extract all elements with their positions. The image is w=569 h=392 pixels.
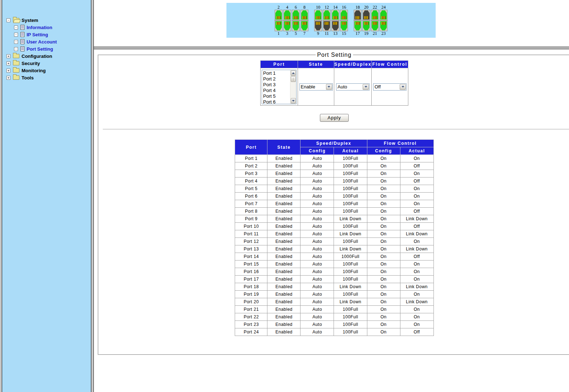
port-number-label: 23 xyxy=(379,31,388,36)
state-dropdown[interactable]: Enable xyxy=(299,83,333,91)
table-cell: Port 3 xyxy=(235,170,267,177)
expand-icon[interactable]: + xyxy=(6,76,10,80)
sidebar-item-label[interactable]: Configuration xyxy=(22,54,52,59)
port-number-label: 18 xyxy=(353,5,362,10)
flow-control-dropdown[interactable]: Off xyxy=(373,83,407,91)
table-cell: Enabled xyxy=(267,200,300,208)
table-cell: Enabled xyxy=(267,253,300,260)
navigation-sidebar: - System - Information - IP Setting - Us… xyxy=(2,0,91,392)
table-cell: Port 15 xyxy=(235,260,267,268)
sidebar-item-port-setting[interactable]: - Port Setting xyxy=(2,45,91,52)
rj45-port-link-down-icon xyxy=(362,10,370,20)
port-number-label: 8 xyxy=(300,5,309,10)
expand-icon[interactable]: + xyxy=(6,61,10,65)
sidebar-item-user-account[interactable]: - User Account xyxy=(2,38,91,45)
table-cell: On xyxy=(400,200,433,208)
port-setting-frame: Port Setting Port State Speed/Duplex Flo… xyxy=(94,49,569,392)
port-list-option[interactable]: Port 3 xyxy=(262,82,290,88)
sidebar-item-system[interactable]: - System xyxy=(2,17,91,24)
table-cell: Auto xyxy=(300,193,334,200)
table-cell: Enabled xyxy=(267,215,300,223)
listbox-scrollbar[interactable] xyxy=(290,70,296,104)
table-cell: 100Full xyxy=(334,328,367,336)
sidebar-item-label[interactable]: Information xyxy=(27,25,52,30)
table-cell: On xyxy=(367,215,400,223)
collapse-icon[interactable]: - xyxy=(14,40,18,44)
table-cell: Auto xyxy=(300,298,334,306)
speed-duplex-cell: Auto xyxy=(334,68,372,106)
sidebar-item-tools[interactable]: + Tools xyxy=(2,74,91,81)
sidebar-item-label[interactable]: Tools xyxy=(22,75,34,80)
expand-icon[interactable]: + xyxy=(6,54,10,58)
folder-icon xyxy=(13,68,19,73)
state-cell: Enable xyxy=(298,68,334,106)
apply-button[interactable]: Apply xyxy=(320,114,349,122)
rj45-port-link-down-icon xyxy=(331,20,339,31)
dropdown-button[interactable] xyxy=(400,84,406,90)
table-cell: 100Full xyxy=(334,208,367,215)
port-number-label: 13 xyxy=(331,31,340,36)
table-row: Port 5EnabledAuto100FullOnOn xyxy=(235,185,433,193)
table-cell: Link Down xyxy=(400,215,433,223)
rj45-port-link-up-icon xyxy=(283,20,291,31)
table-cell: Enabled xyxy=(267,321,300,328)
table-row: Port 2EnabledAuto100FullOnOff xyxy=(235,162,433,170)
rj45-port-link-up-icon xyxy=(362,20,370,31)
table-cell: Enabled xyxy=(267,291,300,298)
state-dropdown-value: Enable xyxy=(300,84,326,89)
table-cell: 100Full xyxy=(334,200,367,208)
speed-duplex-dropdown[interactable]: Auto xyxy=(336,83,370,91)
column-header-port: Port xyxy=(235,140,267,155)
collapse-icon[interactable]: - xyxy=(14,33,18,37)
table-cell: Port 16 xyxy=(235,268,267,276)
port-list-option[interactable]: Port 4 xyxy=(262,88,290,93)
expand-icon[interactable]: + xyxy=(6,69,10,73)
sidebar-item-label[interactable]: System xyxy=(22,18,38,23)
port-number-label: 16 xyxy=(340,5,348,10)
scrollbar-thumb[interactable] xyxy=(291,76,296,82)
scrollbar-track[interactable] xyxy=(290,82,296,98)
table-cell: Auto xyxy=(300,245,334,253)
page-title: Port Setting xyxy=(316,52,353,58)
sidebar-item-label[interactable]: IP Setting xyxy=(27,32,48,37)
table-cell: Enabled xyxy=(267,230,300,238)
dropdown-button[interactable] xyxy=(363,84,369,90)
table-cell: Auto xyxy=(300,215,334,223)
collapse-icon[interactable]: - xyxy=(14,26,18,29)
collapse-icon[interactable]: - xyxy=(6,18,10,22)
table-cell: 100Full xyxy=(334,185,367,193)
sidebar-item-label[interactable]: User Account xyxy=(27,39,57,45)
port-multiselect-listbox[interactable]: Port 1Port 2Port 3Port 4Port 5Port 6 xyxy=(262,70,297,104)
table-cell: On xyxy=(367,268,400,276)
sidebar-item-label[interactable]: Security xyxy=(22,61,40,66)
sidebar-item-ip-setting[interactable]: - IP Setting xyxy=(2,31,91,38)
table-cell: On xyxy=(367,306,400,313)
table-cell: On xyxy=(367,283,400,291)
table-cell: Port 13 xyxy=(235,245,267,253)
sidebar-item-configuration[interactable]: + Configuration xyxy=(2,52,91,60)
sidebar-item-label[interactable]: Monitoring xyxy=(22,68,46,73)
port-list-option[interactable]: Port 2 xyxy=(262,76,290,82)
table-cell: Auto xyxy=(300,238,334,245)
table-cell: Enabled xyxy=(267,276,300,283)
table-cell: Port 24 xyxy=(235,328,267,336)
scroll-up-button[interactable] xyxy=(291,70,296,76)
port-list-option[interactable]: Port 5 xyxy=(262,93,290,99)
table-cell: Enabled xyxy=(267,185,300,193)
dropdown-button[interactable] xyxy=(326,84,332,90)
collapse-icon[interactable]: - xyxy=(14,47,18,51)
table-cell: 100Full xyxy=(334,238,367,245)
scroll-down-button[interactable] xyxy=(291,98,296,103)
sidebar-item-information[interactable]: - Information xyxy=(2,24,91,31)
table-row: Port 11EnabledAutoLink DownOnLink Down xyxy=(235,230,433,238)
table-cell: Enabled xyxy=(267,328,300,336)
port-list-option[interactable]: Port 6 xyxy=(262,99,290,104)
rj45-port-link-up-icon xyxy=(371,10,379,20)
sidebar-item-label[interactable]: Port Setting xyxy=(27,46,53,52)
sidebar-item-monitoring[interactable]: + Monitoring xyxy=(2,67,91,74)
table-cell: On xyxy=(400,268,433,276)
port-list-option[interactable]: Port 1 xyxy=(262,70,290,76)
table-cell: Port 6 xyxy=(235,193,267,200)
sidebar-item-security[interactable]: + Security xyxy=(2,60,91,67)
table-cell: Auto xyxy=(300,291,334,298)
